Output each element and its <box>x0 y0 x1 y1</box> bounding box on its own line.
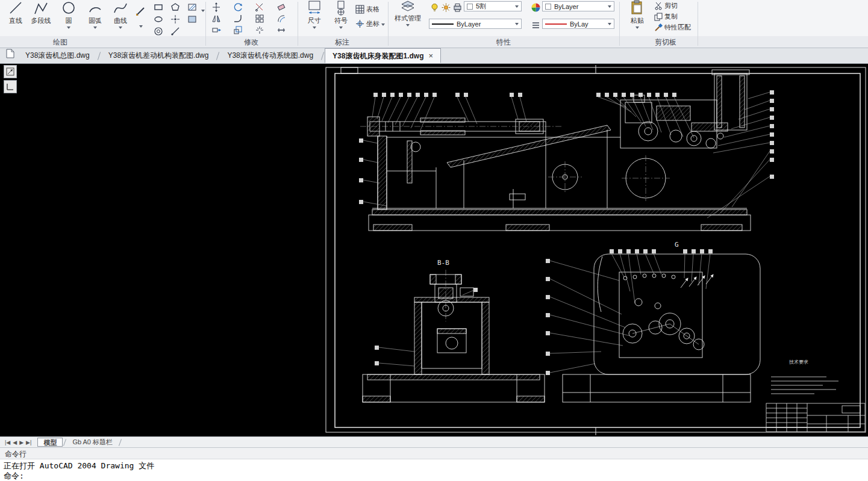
panel-separator <box>205 2 206 46</box>
erase-tool-button[interactable] <box>276 2 287 13</box>
panel-separator <box>698 2 698 46</box>
layer-on-button[interactable] <box>429 2 440 13</box>
plot-style-dropdown-arrow-icon <box>608 23 611 25</box>
linetype-dropdown-value: ByLayer <box>457 20 481 28</box>
symbol-dropdown-arrow-icon[interactable] <box>339 26 343 29</box>
rectangle-tool-button[interactable] <box>153 2 164 13</box>
drawing-canvas[interactable]: B-B <box>0 64 868 436</box>
spline-tool-label: 曲线 <box>114 16 127 25</box>
layer-dropdown[interactable]: 5割 <box>464 1 522 11</box>
layout-nav-prev-button[interactable]: ◀ <box>13 439 17 445</box>
trim-tool-button[interactable] <box>254 2 265 13</box>
stretch-tool-button[interactable] <box>211 25 222 36</box>
draw-panel-label[interactable]: 绘图 <box>33 37 87 48</box>
layer-freeze-button[interactable] <box>440 2 451 13</box>
erase-icon <box>276 2 286 12</box>
ellipse-tool-button[interactable] <box>153 14 164 25</box>
donut-tool-button[interactable] <box>153 26 164 37</box>
paste-dropdown-arrow-icon[interactable] <box>635 26 639 29</box>
modify-panel-label[interactable]: 修改 <box>224 37 278 48</box>
coordinate-tool-button[interactable]: 坐标 <box>355 19 385 28</box>
plot-style-dropdown[interactable]: ByLay <box>542 19 614 29</box>
match-properties-button[interactable]: 特性匹配 <box>654 23 691 32</box>
list-button[interactable] <box>530 19 541 30</box>
color-wheel-button[interactable] <box>530 2 541 13</box>
model-tab[interactable]: 模型 <box>37 438 63 447</box>
clipboard-panel-label[interactable]: 剪切板 <box>639 37 693 48</box>
style-manager-button[interactable]: 样式管理 <box>392 0 424 26</box>
file-tab-4-active[interactable]: Y38滚齿机床身装配图1.dwg × <box>325 48 441 63</box>
command-prompt-line[interactable]: 命令: <box>4 471 864 481</box>
move-tool-button[interactable] <box>211 2 222 13</box>
arc-tool-button[interactable]: 圆弧 <box>82 0 108 29</box>
layout-nav-first-button[interactable]: |◀ <box>5 439 10 445</box>
pencil-tool-button[interactable] <box>134 4 148 18</box>
polyline-tool-button[interactable]: 多段线 <box>28 0 54 25</box>
arc-tool-label: 圆弧 <box>89 16 102 25</box>
layout-nav-next-button[interactable]: ▶ <box>19 439 23 445</box>
file-tab-2[interactable]: Y38滚齿机差动机构装配图.dwg <box>101 48 216 63</box>
region-tool-button[interactable] <box>187 14 198 25</box>
list-icon <box>531 20 540 29</box>
command-line-header[interactable]: 命令行 <box>0 447 868 459</box>
ucs-button[interactable] <box>4 80 17 93</box>
array-icon <box>255 14 264 23</box>
explode-tool-button[interactable] <box>254 25 265 36</box>
hatch-tool-button[interactable] <box>187 2 198 13</box>
ray-tool-button[interactable] <box>170 26 181 37</box>
cut-button[interactable]: 剪切 <box>654 1 678 10</box>
command-history-line: 正在打开 AutoCAD 2004 Drawing 文件 <box>4 461 864 471</box>
polygon-tool-button[interactable] <box>170 2 181 13</box>
fillet-tool-button[interactable] <box>233 13 243 24</box>
scale-tool-button[interactable] <box>233 25 243 36</box>
file-tab-3[interactable]: Y38滚齿机传动系统图.dwg <box>220 48 320 63</box>
line-tool-button[interactable]: 直线 <box>2 0 29 25</box>
dimension-tool-button[interactable]: 尺寸 <box>301 0 328 29</box>
lengthen-icon <box>276 25 286 35</box>
style-manager-label: 样式管理 <box>395 14 421 23</box>
spline-dropdown-arrow-icon[interactable] <box>119 26 122 29</box>
file-tab-1[interactable]: Y38滚齿机总图.dwg <box>18 48 97 63</box>
spline-tool-button[interactable]: 曲线 <box>107 0 134 29</box>
layout-nav-last-button[interactable]: ▶| <box>26 439 31 445</box>
array-tool-button[interactable] <box>254 13 265 24</box>
mirror-tool-button[interactable] <box>211 13 222 24</box>
linetype-dropdown[interactable]: ByLayer <box>429 19 522 29</box>
panel-separator <box>388 2 389 46</box>
point-tool-button[interactable] <box>170 14 181 25</box>
polyline-tool-label: 多段线 <box>31 16 51 25</box>
dimension-dropdown-arrow-icon[interactable] <box>313 26 316 29</box>
pencil-dropdown-button[interactable] <box>136 20 146 31</box>
view-g: G <box>563 241 760 402</box>
view-control-button[interactable] <box>4 65 17 78</box>
drawing-file-icon[interactable] <box>6 49 14 61</box>
tech-requirements-label: 技术要求 <box>788 359 808 365</box>
circle-dropdown-arrow-icon[interactable] <box>67 26 70 29</box>
region-icon <box>187 14 197 24</box>
draw-more-arrow-icon <box>201 10 205 12</box>
dimension-tool-label: 尺寸 <box>308 16 321 25</box>
style-manager-arrow-icon[interactable] <box>406 24 410 26</box>
paste-button[interactable]: 粘贴 <box>624 0 651 29</box>
arc-dropdown-arrow-icon[interactable] <box>93 26 97 29</box>
layer-plot-button[interactable] <box>452 2 463 13</box>
autocad-window: 直线 多段线 圆 圆弧 曲线 <box>0 0 868 481</box>
color-dropdown[interactable]: ByLayer <box>542 1 614 11</box>
copy-button[interactable]: 复制 <box>654 12 678 21</box>
panel-separator <box>298 2 298 46</box>
properties-panel-label[interactable]: 特性 <box>476 37 531 48</box>
rotate-tool-button[interactable] <box>233 2 243 13</box>
symbol-tool-button[interactable]: 符号 <box>328 0 354 29</box>
annotate-panel-label[interactable]: 标注 <box>315 37 369 48</box>
arc-icon <box>87 0 103 16</box>
layout1-tab[interactable]: Gb A0 标题栏 <box>67 438 118 447</box>
draw-more-button[interactable] <box>198 5 208 16</box>
circle-tool-button[interactable]: 圆 <box>55 0 82 29</box>
command-line-panel[interactable]: 正在打开 AutoCAD 2004 Drawing 文件 命令: <box>0 459 868 481</box>
cut-label: 剪切 <box>664 1 678 10</box>
lengthen-tool-button[interactable] <box>276 25 287 36</box>
table-tool-button[interactable]: 表格 <box>355 5 379 14</box>
layout-tab-separator <box>63 439 66 446</box>
close-tab-icon[interactable]: × <box>428 52 433 60</box>
offset-tool-button[interactable] <box>276 13 287 24</box>
